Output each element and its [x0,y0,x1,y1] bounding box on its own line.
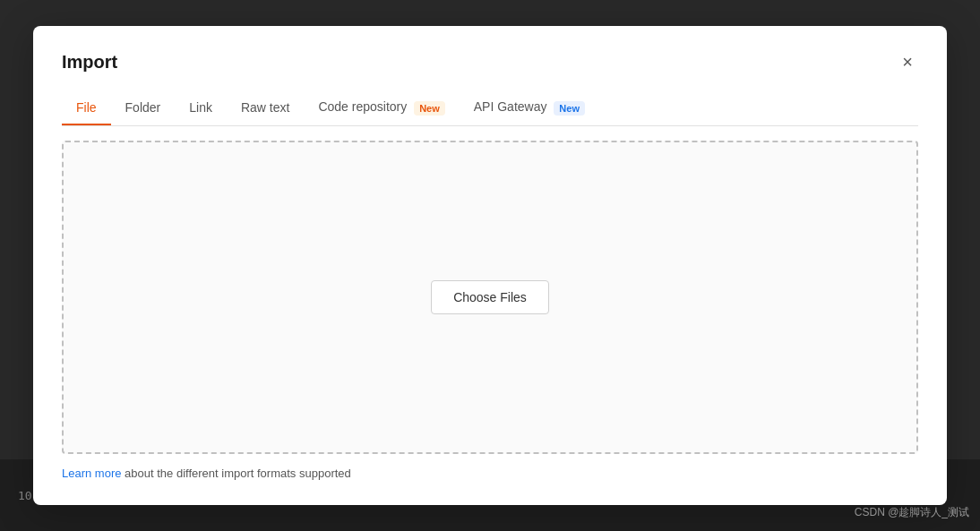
tab-raw-text[interactable]: Raw text [227,91,304,125]
import-modal: Import × File Folder Link Raw text Code … [33,26,947,504]
tabs-container: File Folder Link Raw text Code repositor… [62,90,918,125]
tab-folder[interactable]: Folder [111,91,176,125]
tab-link[interactable]: Link [175,91,227,125]
learn-more-link[interactable]: Learn more [62,467,121,480]
modal-footer: Learn more about the different import fo… [62,467,918,480]
tab-api-gateway[interactable]: API Gateway New [460,90,599,125]
modal-header: Import × [62,51,918,73]
footer-text: about the different import formats suppo… [121,467,350,480]
line-number: 10 [18,489,32,502]
tab-code-repository[interactable]: Code repository New [304,90,459,125]
api-gateway-badge: New [554,101,585,116]
choose-files-button[interactable]: Choose Files [431,280,549,314]
csdn-watermark: CSDN @趁脚诗人_测试 [855,505,969,520]
close-button[interactable]: × [897,51,918,73]
modal-title: Import [62,52,117,73]
file-drop-zone[interactable]: Choose Files [62,141,918,454]
tab-file[interactable]: File [62,91,111,125]
code-repository-badge: New [414,101,445,116]
